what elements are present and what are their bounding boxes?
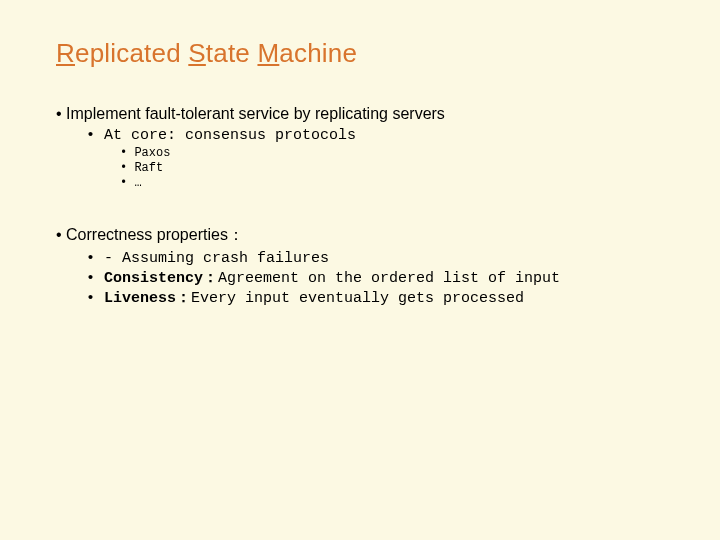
- bullet-l2-consistency-text: Agreement on the ordered list of input: [218, 270, 560, 287]
- bullet-l1-implement-text: Implement fault-tolerant service by repl…: [66, 105, 445, 122]
- bullet-l3-paxos: Paxos: [120, 146, 672, 160]
- slide-body: Implement fault-tolerant service by repl…: [56, 105, 672, 307]
- bullet-l2-liveness-text: Every input eventually gets processed: [191, 290, 524, 307]
- title-word-2: tate: [206, 38, 250, 68]
- bullet-l2-liveness: Liveness：Every input eventually gets pro…: [86, 288, 672, 307]
- title-letter-r: R: [56, 38, 75, 68]
- title-word-3: achine: [279, 38, 357, 68]
- bullet-l1-implement: Implement fault-tolerant service by repl…: [56, 105, 672, 123]
- bullet-l1-correctness: Correctness properties：: [56, 225, 672, 246]
- bullet-l3-raft: Raft: [120, 161, 672, 175]
- bullet-l3-ellipsis: …: [120, 176, 672, 190]
- bullet-l3-ellipsis-text: …: [134, 176, 141, 190]
- slide-title: Replicated State Machine: [56, 38, 672, 69]
- slide: Replicated State Machine Implement fault…: [0, 0, 720, 540]
- title-letter-m: M: [257, 38, 279, 68]
- bullet-l3-paxos-text: Paxos: [134, 146, 170, 160]
- bullet-l3-raft-text: Raft: [134, 161, 163, 175]
- bullet-l2-core-text: At core: consensus protocols: [104, 127, 356, 144]
- bullet-l2-assuming: - Assuming crash failures: [86, 250, 672, 267]
- bullet-l2-assuming-text: - Assuming crash failures: [104, 250, 329, 267]
- title-word-1: eplicated: [75, 38, 181, 68]
- bullet-l2-liveness-label: Liveness：: [104, 290, 191, 307]
- title-letter-s: S: [188, 38, 206, 68]
- bullet-l2-core: At core: consensus protocols: [86, 127, 672, 144]
- spacer: [56, 191, 672, 225]
- bullet-l2-consistency-label: Consistency：: [104, 270, 218, 287]
- bullet-l2-consistency: Consistency：Agreement on the ordered lis…: [86, 268, 672, 287]
- bullet-l1-correctness-text: Correctness properties：: [66, 226, 244, 243]
